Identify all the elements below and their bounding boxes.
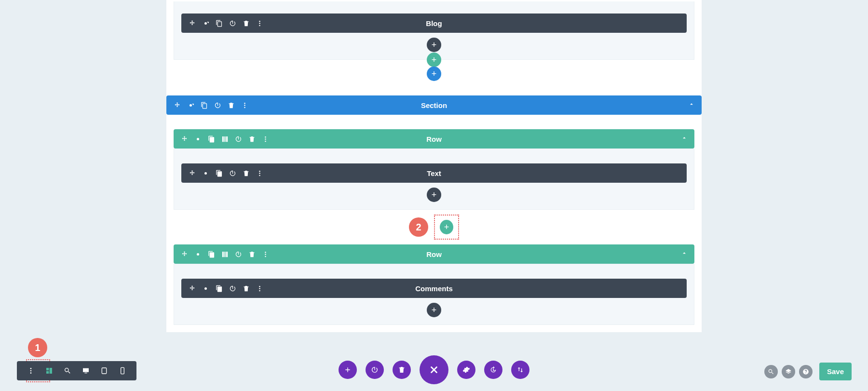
trash-icon[interactable] [242,19,250,27]
help-button[interactable] [799,365,813,378]
plus-icon: + [444,222,449,232]
kebab-icon[interactable] [261,250,269,258]
module-bar-comments[interactable]: Comments [181,279,687,298]
power-icon[interactable] [229,19,236,27]
kebab-icon[interactable] [256,284,263,292]
section-bar[interactable]: Section [166,95,702,115]
row-bar-1[interactable]: Row [174,129,694,148]
move-icon[interactable] [188,284,196,292]
duplicate-icon[interactable] [207,135,215,143]
annotation-badge-1: 1 [28,338,47,357]
svg-point-15 [259,285,260,287]
power-icon[interactable] [229,169,236,177]
chevron-up-icon[interactable] [688,101,695,109]
svg-point-7 [265,138,266,140]
trash-icon[interactable] [248,250,256,258]
svg-point-17 [259,290,260,291]
trash-icon[interactable] [227,101,235,109]
save-button[interactable]: Save [819,363,852,380]
duplicate-icon[interactable] [200,101,208,109]
power-icon[interactable] [229,284,236,292]
svg-point-11 [259,175,260,176]
view-toolbar [17,361,136,380]
trash-icon[interactable] [242,284,250,292]
row-wrap-3: Comments + [174,264,694,325]
svg-point-10 [259,173,260,174]
duplicate-icon[interactable] [207,250,215,258]
gear-icon[interactable] [194,250,202,258]
row-wrap-2: Text + [174,148,694,210]
columns-icon[interactable] [221,250,229,258]
duplicate-icon[interactable] [215,19,223,27]
power-icon[interactable] [234,250,242,258]
trash-icon[interactable] [242,169,250,177]
tablet-icon[interactable] [97,364,111,378]
row-toolbar [174,135,269,143]
svg-point-8 [265,140,266,142]
phone-icon[interactable] [115,364,130,378]
toolbar-swap-button[interactable] [511,361,529,379]
svg-point-5 [244,107,245,108]
kebab-icon[interactable] [24,364,38,378]
move-icon[interactable] [188,169,196,177]
module-toolbar [181,284,263,292]
module-toolbar [181,169,263,177]
module-bar-text[interactable]: Text [181,163,687,183]
annotation-badge-2: 2 [409,217,428,237]
add-row-button[interactable]: + [440,220,453,234]
toolbar-add-button[interactable] [339,361,357,379]
duplicate-icon[interactable] [215,169,223,177]
add-row-highlight: + [434,215,459,240]
move-icon[interactable] [188,19,196,27]
toolbar-history-button[interactable] [484,361,502,379]
row-wrap-1: Blog + [174,1,694,60]
toolbar-settings-button[interactable] [457,361,475,379]
right-toolbar: Save [764,363,852,380]
search-button[interactable] [764,365,778,378]
layers-button[interactable] [782,365,795,378]
wireframe-icon[interactable] [42,364,56,378]
move-icon[interactable] [180,250,188,258]
kebab-icon[interactable] [256,169,263,177]
kebab-icon[interactable] [241,101,248,109]
duplicate-icon[interactable] [215,284,223,292]
chevron-up-icon[interactable] [681,250,688,258]
svg-point-4 [244,105,245,106]
toolbar-power-button[interactable] [366,361,384,379]
zoom-icon[interactable] [60,364,75,378]
plus-icon: + [432,40,437,50]
power-icon[interactable] [234,135,242,143]
power-icon[interactable] [214,101,221,109]
columns-icon[interactable] [221,135,229,143]
add-module-button[interactable]: + [427,38,441,52]
main-toolbar [339,355,529,384]
svg-point-1 [259,23,260,24]
desktop-icon[interactable] [79,364,93,378]
kebab-icon[interactable] [261,135,269,143]
section-outer-1: Blog + + [166,1,702,74]
trash-icon[interactable] [248,135,256,143]
toolbar-trash-button[interactable] [393,361,411,379]
chevron-up-icon[interactable] [681,135,688,143]
builder-canvas: Blog + + + Section [166,0,702,332]
move-icon[interactable] [173,101,181,109]
add-module-button[interactable]: + [427,188,441,202]
gear-icon[interactable] [202,284,209,292]
gear-icon[interactable] [187,101,194,109]
svg-point-14 [265,256,266,257]
gear-icon[interactable] [202,169,209,177]
add-module-button[interactable]: + [427,303,441,317]
plus-icon: + [432,305,437,315]
kebab-icon[interactable] [256,19,263,27]
module-bar-blog[interactable]: Blog [181,13,687,33]
section-outer-2: Row Text + 2 + [166,129,702,332]
row-bar-2[interactable]: Row [174,244,694,264]
svg-point-3 [244,102,245,104]
svg-point-0 [259,20,260,22]
move-icon[interactable] [180,135,188,143]
toolbar-close-button[interactable] [420,355,448,384]
add-row-button[interactable]: + [427,53,441,67]
gear-icon[interactable] [202,19,209,27]
gear-icon[interactable] [194,135,202,143]
add-section-button[interactable]: + [427,67,441,81]
